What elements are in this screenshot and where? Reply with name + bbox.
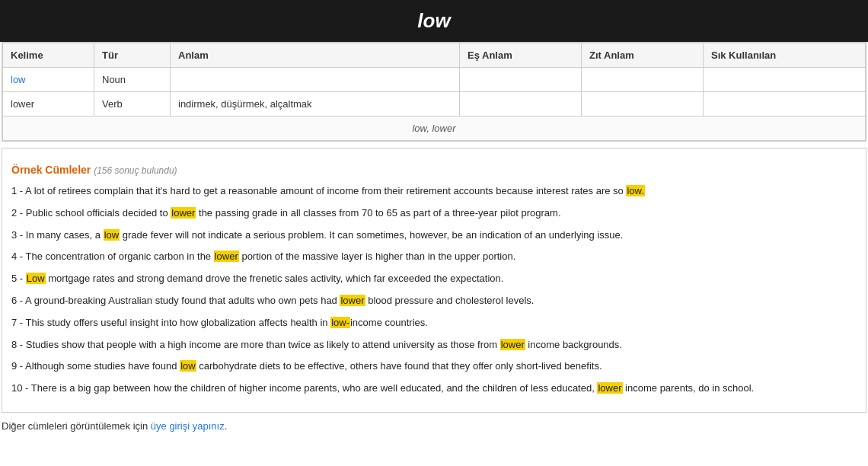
sentence-text-before: - A ground-breaking Australian study fou… (17, 295, 340, 306)
col-header-es: Eş Anlam (460, 43, 582, 68)
sentence-item: 1 - A lot of retirees complain that it's… (11, 180, 857, 203)
bottom-note-after: . (225, 420, 228, 432)
dictionary-table-container: Kelime Tür Anlam Eş Anlam Zıt Anlam Sık … (2, 42, 866, 142)
cell-zit-2 (582, 92, 704, 116)
sentence-text-before: - (17, 273, 26, 284)
sentence-text-after: the passing grade in all classes from 70… (196, 207, 560, 219)
sentence-highlight: lower (171, 207, 196, 219)
col-header-kelime: Kelime (3, 43, 94, 68)
sentence-item: 8 - Studies show that people with a high… (11, 334, 857, 356)
sentence-text-after: income countries. (350, 317, 428, 328)
login-link[interactable]: üye girişi yapınız (151, 420, 225, 432)
sentence-highlight: low (104, 229, 120, 241)
sentence-item: 6 - A ground-breaking Australian study f… (11, 290, 857, 312)
table-footer-text: low, lower (3, 116, 866, 141)
cell-anlam-2: indirmek, düşürmek, alçaltmak (171, 92, 460, 116)
sentence-item: 10 - There is a big gap between how the … (11, 378, 857, 400)
col-header-anlam: Anlam (171, 43, 460, 68)
sentence-highlight: low. (626, 185, 644, 196)
sentence-list: 1 - A lot of retirees complain that it's… (11, 180, 857, 400)
example-section: Örnek Cümleler (156 sonuç bulundu) 1 - A… (2, 148, 866, 413)
sentence-text-before: - This study offers useful insight into … (17, 317, 330, 328)
sentence-text-after: blood pressure and cholesterol levels. (365, 295, 535, 306)
dictionary-table: Kelime Tür Anlam Eş Anlam Zıt Anlam Sık … (2, 43, 866, 141)
cell-kelime-2: lower (3, 92, 94, 116)
cell-sik-1 (704, 68, 866, 92)
sentence-highlight: lower (214, 251, 239, 262)
cell-es-2 (460, 92, 582, 116)
sentence-highlight: lower (597, 382, 622, 394)
cell-tur-1: Noun (94, 68, 171, 92)
section-title-text: Örnek Cümleler (11, 164, 91, 176)
sentence-text-after: income parents, do in school. (623, 382, 755, 394)
sentence-highlight: lower (500, 339, 525, 350)
sentence-item: 5 - Low mortgage rates and strong demand… (11, 268, 857, 290)
sentence-text-before: - Studies show that people with a high i… (17, 339, 499, 350)
word-link-low[interactable]: low (11, 74, 26, 85)
cell-anlam-1 (171, 68, 460, 92)
col-header-tur: Tür (94, 43, 171, 68)
cell-zit-1 (582, 68, 704, 92)
table-header-row: Kelime Tür Anlam Eş Anlam Zıt Anlam Sık … (3, 43, 866, 68)
section-count: (156 sonuç bulundu) (94, 165, 177, 176)
sentence-highlight: low (180, 360, 196, 372)
page-title: low (0, 9, 868, 33)
sentence-item: 9 - Although some studies have found low… (11, 356, 857, 378)
sentence-item: 4 - The concentration of organic carbon … (11, 246, 857, 268)
section-title: Örnek Cümleler (156 sonuç bulundu) (11, 156, 857, 180)
sentence-item: 3 - In many cases, a low grade fever wil… (11, 225, 857, 247)
sentence-text-after: carbohydrate diets to be effective, othe… (196, 360, 602, 372)
sentence-text-before: - Public school officials decided to (17, 207, 171, 219)
sentence-text-after: income backgrounds. (525, 339, 622, 350)
sentence-highlight: lower (340, 295, 365, 306)
table-row: low Noun (3, 68, 866, 92)
col-header-zit: Zıt Anlam (582, 43, 704, 68)
bottom-note: Diğer cümleleri görüntülemek için üye gi… (2, 413, 866, 436)
bottom-note-before: Diğer cümleleri görüntülemek için (2, 420, 151, 432)
cell-sik-2 (704, 92, 866, 116)
sentence-text-after: mortgage rates and strong demand drove t… (46, 273, 504, 284)
main-content: Kelime Tür Anlam Eş Anlam Zıt Anlam Sık … (0, 42, 868, 436)
sentence-highlight: low- (330, 317, 350, 328)
sentence-number: 10 (11, 382, 22, 394)
sentence-highlight: Low (26, 273, 46, 284)
cell-kelime-1[interactable]: low (3, 68, 94, 92)
cell-es-1 (460, 68, 582, 92)
sentence-text-before: - There is a big gap between how the chi… (22, 382, 597, 394)
table-footer-row: low, lower (3, 116, 866, 141)
sentence-text-before: - Although some studies have found (17, 360, 180, 372)
cell-tur-2: Verb (94, 92, 171, 116)
sentence-text-before: - In many cases, a (17, 229, 103, 241)
sentence-item: 7 - This study offers useful insight int… (11, 312, 857, 334)
sentence-item: 2 - Public school officials decided to l… (11, 203, 857, 225)
sentence-text-before: - The concentration of organic carbon in… (17, 251, 213, 262)
col-header-sik: Sık Kullanılan (704, 43, 866, 68)
table-row: lower Verb indirmek, düşürmek, alçaltmak (3, 92, 866, 116)
sentence-text-after: grade fever will not indicate a serious … (120, 229, 623, 241)
sentence-text-after: portion of the massive layer is higher t… (239, 251, 516, 262)
top-header: low (0, 0, 868, 42)
sentence-text-before: - A lot of retirees complain that it's h… (17, 185, 626, 196)
